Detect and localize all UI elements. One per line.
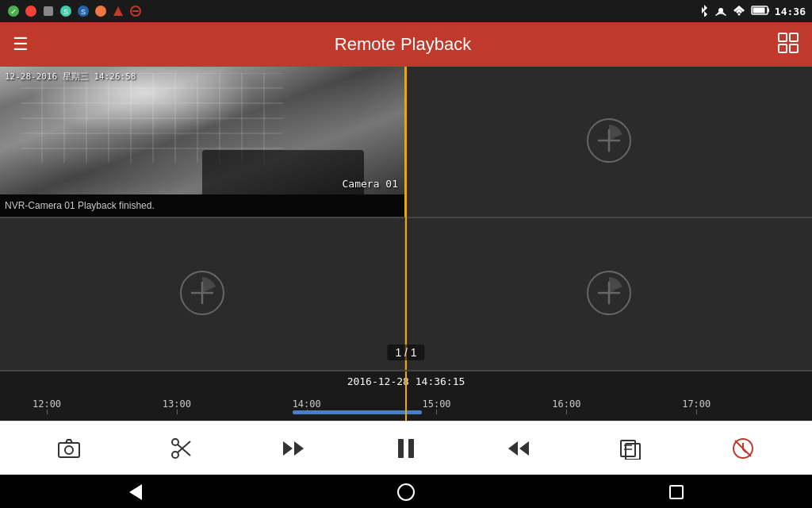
- camera-timestamp: 12-28-2016 星期三 14:26:58: [5, 71, 136, 83]
- time-tick-13: [177, 410, 178, 414]
- time-label-13: 13:00: [163, 398, 191, 410]
- camera-label: Camera 01: [343, 178, 398, 190]
- video-cell-3[interactable]: [0, 218, 406, 370]
- svg-rect-41: [408, 439, 414, 458]
- svg-rect-3: [44, 6, 53, 16]
- cut-button[interactable]: [163, 429, 201, 468]
- recent-apps-button[interactable]: [661, 476, 692, 508]
- svg-rect-17: [768, 8, 769, 12]
- time-label-15: 15:00: [422, 398, 450, 410]
- svg-text:✓: ✓: [10, 7, 17, 16]
- time-label-16: 16:00: [552, 398, 580, 410]
- recording-bar: [293, 410, 423, 414]
- svg-point-2: [25, 6, 36, 17]
- time-tick-16: [566, 410, 567, 414]
- svg-point-50: [398, 484, 414, 500]
- svg-marker-39: [294, 441, 304, 456]
- svg-rect-21: [779, 44, 787, 52]
- screenshot-button[interactable]: [50, 429, 88, 468]
- toolbar: [0, 421, 812, 475]
- wifi-icon: [732, 4, 746, 19]
- app-bar: ☰ Remote Playback: [0, 22, 812, 67]
- timeline-area[interactable]: 2016-12-28 14:36:15 12:00 13:00 14:00 15…: [0, 371, 812, 421]
- svg-point-35: [172, 439, 178, 445]
- app-icon-6: [94, 4, 108, 18]
- add-camera-icon-4[interactable]: [585, 269, 633, 320]
- svg-marker-49: [129, 484, 142, 500]
- svg-marker-9: [113, 6, 123, 16]
- svg-rect-19: [779, 33, 787, 41]
- home-button[interactable]: [390, 476, 422, 508]
- svg-point-33: [65, 446, 73, 454]
- svg-rect-22: [790, 44, 798, 52]
- app-icon-3: [41, 4, 56, 18]
- menu-button[interactable]: ☰: [13, 34, 29, 55]
- svg-rect-20: [790, 33, 798, 41]
- svg-marker-42: [508, 441, 518, 456]
- video-cell-1[interactable]: Camera 01 12-28-2016 星期三 14:26:58 NVR-Ca…: [0, 67, 406, 218]
- svg-marker-43: [519, 441, 529, 456]
- app-icon-5: S: [76, 4, 90, 18]
- svg-text:S: S: [63, 8, 68, 16]
- page-indicator: 1 / 1: [387, 344, 424, 360]
- nav-bar: [0, 475, 812, 508]
- signal-icon: [714, 4, 727, 19]
- timeline-cursor: [405, 371, 407, 421]
- video-cell-4[interactable]: [406, 218, 812, 370]
- battery-icon: [751, 5, 770, 18]
- app-icon-4: S: [59, 4, 73, 18]
- svg-marker-38: [283, 441, 293, 456]
- svg-point-8: [95, 6, 106, 17]
- time-label-14: 14:00: [293, 398, 321, 410]
- bookmark-button[interactable]: [611, 429, 649, 468]
- fast-forward-button[interactable]: [500, 429, 538, 468]
- svg-rect-40: [398, 439, 404, 458]
- status-icons-left: ✓ S S: [6, 4, 143, 18]
- video-grid: Camera 01 12-28-2016 星期三 14:26:58 NVR-Ca…: [0, 67, 812, 371]
- add-camera-icon-3[interactable]: [178, 269, 226, 320]
- time-label-12: 12:00: [33, 398, 61, 410]
- app-icon-1: ✓: [6, 4, 21, 18]
- mute-button[interactable]: [724, 429, 762, 468]
- time-label-17: 17:00: [682, 398, 710, 410]
- svg-point-15: [737, 13, 740, 15]
- video-cell-2[interactable]: [406, 67, 812, 218]
- svg-text:S: S: [81, 8, 86, 16]
- svg-point-34: [172, 452, 178, 458]
- time-tick-15: [436, 410, 437, 414]
- app-icon-2: [24, 4, 38, 18]
- pause-button[interactable]: [387, 429, 425, 468]
- svg-rect-32: [59, 443, 79, 457]
- bluetooth-icon: [699, 4, 710, 19]
- rewind-button[interactable]: [274, 429, 312, 468]
- grid-layout-button[interactable]: [777, 32, 799, 57]
- time-tick-17: [696, 410, 697, 414]
- add-camera-icon-2[interactable]: [585, 117, 633, 167]
- svg-rect-18: [753, 7, 764, 13]
- app-icon-7: [111, 4, 125, 18]
- time-tick-12: [47, 410, 48, 414]
- camera-status-bar: NVR-Camera 01 Playback finished.: [0, 194, 404, 217]
- app-icon-8: [128, 4, 143, 18]
- app-title: Remote Playback: [29, 34, 777, 55]
- time-display: 14:36: [775, 6, 806, 17]
- back-button[interactable]: [120, 476, 151, 508]
- svg-rect-51: [670, 486, 683, 498]
- status-icons-right: 14:36: [699, 4, 806, 19]
- status-bar: ✓ S S: [0, 0, 812, 22]
